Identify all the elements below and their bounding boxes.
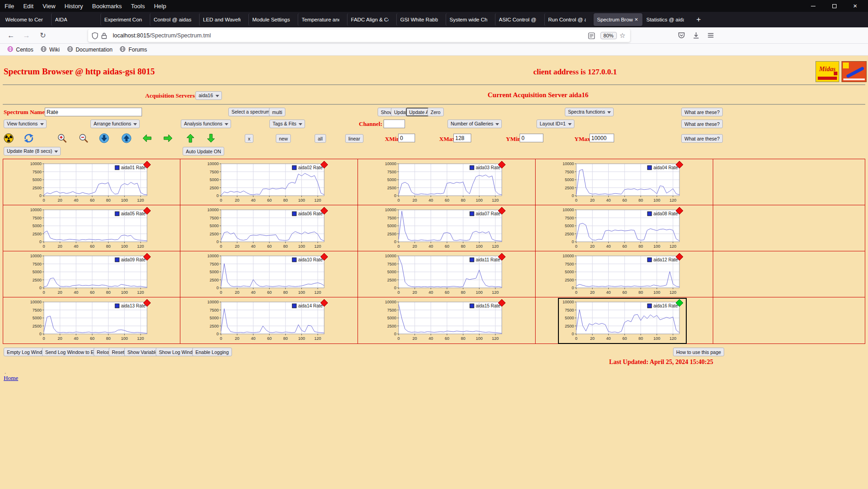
menu-history[interactable]: History bbox=[60, 0, 87, 12]
green-down-icon[interactable] bbox=[206, 133, 216, 143]
what-are-these-button-1[interactable]: What are these? bbox=[681, 108, 723, 116]
zero-button[interactable]: Zero bbox=[427, 108, 444, 116]
gallery-cell-aida04[interactable]: 020406080100120025005000750010000aida04 … bbox=[536, 159, 713, 205]
maximize-button[interactable] bbox=[831, 2, 838, 10]
zoom-out-icon[interactable] bbox=[79, 133, 89, 143]
gallery-cell-aida06[interactable]: 020406080100120025005000750010000aida06 … bbox=[180, 205, 358, 251]
gallery-cell-aida02[interactable]: 020406080100120025005000750010000aida02 … bbox=[180, 159, 358, 205]
x-button[interactable]: x bbox=[245, 134, 253, 143]
radioactive-icon[interactable] bbox=[4, 133, 14, 143]
footer-enable-logging[interactable]: Enable Logging bbox=[192, 348, 232, 356]
zoom-in-icon[interactable] bbox=[57, 133, 67, 143]
acquisition-server-dropdown[interactable]: aida16 bbox=[195, 91, 222, 100]
number-of-galleries-dropdown[interactable]: Number of Galleries bbox=[447, 120, 502, 128]
green-up-icon[interactable] bbox=[185, 133, 195, 143]
blue-up-icon[interactable] bbox=[121, 133, 132, 143]
all-button[interactable]: all bbox=[315, 134, 326, 143]
tab-led-and-wavefor[interactable]: LED and Wavefor bbox=[199, 13, 248, 26]
bookmark-star-icon[interactable]: ☆ bbox=[620, 31, 626, 40]
pocket-icon[interactable] bbox=[678, 31, 685, 39]
url-bar[interactable]: localhost:8015/Spectrum/Spectrum.tml 80%… bbox=[88, 29, 630, 42]
menu-view[interactable]: View bbox=[38, 0, 60, 12]
xmin-input[interactable] bbox=[398, 134, 415, 142]
gallery-cell-aida10[interactable]: 020406080100120025005000750010000aida10 … bbox=[180, 251, 358, 297]
menu-edit[interactable]: Edit bbox=[19, 0, 38, 12]
minimize-button[interactable] bbox=[810, 2, 817, 10]
tab-gsi-white-rabbit[interactable]: GSI White Rabbit bbox=[396, 13, 445, 26]
back-icon[interactable]: ← bbox=[5, 31, 17, 41]
gallery-cell-aida05[interactable]: 020406080100120025005000750010000aida05 … bbox=[3, 205, 180, 251]
tab-welcome-to-cent[interactable]: Welcome to Cent bbox=[2, 13, 51, 26]
lock-icon[interactable] bbox=[101, 32, 107, 40]
tab-spectrum-brow[interactable]: Spectrum Brow× bbox=[594, 13, 642, 26]
download-icon[interactable] bbox=[692, 31, 700, 39]
tags-fits-dropdown[interactable]: Tags & Fits bbox=[269, 120, 305, 128]
update-rate-dropdown[interactable]: Update Rate (8 secs) bbox=[4, 147, 61, 156]
zoom-level-badge[interactable]: 80% bbox=[600, 32, 617, 39]
tab-system-wide-che[interactable]: System wide Che bbox=[446, 13, 494, 26]
blue-down-icon[interactable] bbox=[99, 133, 109, 143]
tab-fadc-align-co[interactable]: FADC Align & Co bbox=[347, 13, 396, 26]
shield-icon[interactable] bbox=[92, 32, 98, 40]
svg-text:0: 0 bbox=[394, 332, 396, 336]
svg-text:5000: 5000 bbox=[32, 316, 42, 320]
bookmark-centos[interactable]: Centos bbox=[4, 45, 37, 55]
gallery-cell-aida09[interactable]: 020406080100120025005000750010000aida09 … bbox=[3, 251, 180, 297]
view-functions-dropdown[interactable]: View functions bbox=[4, 120, 47, 128]
bookmark-wiki[interactable]: Wiki bbox=[37, 45, 63, 55]
gallery-cell-aida14[interactable]: 020406080100120025005000750010000aida14 … bbox=[180, 297, 358, 343]
green-right-icon[interactable] bbox=[163, 133, 173, 143]
menu-help[interactable]: Help bbox=[149, 0, 171, 12]
what-are-these-button-3[interactable]: What are these? bbox=[681, 134, 723, 143]
gallery-cell-aida11[interactable]: 020406080100120025005000750010000aida11 … bbox=[358, 251, 536, 297]
xmax-input[interactable] bbox=[453, 134, 471, 142]
tab-control-aidas-[interactable]: Control @ aidas- bbox=[150, 13, 199, 26]
gallery-cell-aida07[interactable]: 020406080100120025005000750010000aida07 … bbox=[358, 205, 536, 251]
reader-mode-icon[interactable] bbox=[588, 32, 595, 39]
gallery-cell-aida08[interactable]: 020406080100120025005000750010000aida08 … bbox=[536, 205, 713, 251]
home-link[interactable]: Home bbox=[4, 375, 18, 382]
channel-input[interactable] bbox=[384, 120, 405, 128]
midas-logo[interactable]: Midas bbox=[815, 61, 839, 82]
gallery-cell-aida03[interactable]: 020406080100120025005000750010000aida03 … bbox=[358, 159, 536, 205]
analysis-functions-dropdown[interactable]: Analysis functions bbox=[181, 120, 231, 128]
multi-button[interactable]: multi bbox=[269, 108, 285, 116]
green-left-icon[interactable] bbox=[142, 133, 152, 143]
app-menu-icon[interactable] bbox=[707, 31, 715, 39]
tab-statistics-aidas[interactable]: Statistics @ aidas bbox=[643, 13, 692, 26]
tab-experiment-cont[interactable]: Experiment Cont bbox=[100, 13, 149, 26]
what-are-these-button-2[interactable]: What are these? bbox=[681, 120, 723, 128]
gallery-cell-aida01[interactable]: 020406080100120025005000750010000aida01 … bbox=[3, 159, 180, 205]
new-tab-button[interactable]: + bbox=[692, 13, 705, 26]
tab-asic-control-a[interactable]: ASIC Control @ a bbox=[495, 13, 544, 26]
linear-button[interactable]: linear bbox=[345, 134, 363, 143]
gallery-cell-aida16[interactable]: 020406080100120025005000750010000aida16 … bbox=[536, 297, 713, 343]
spectra-functions-dropdown[interactable]: Spectra functions bbox=[565, 108, 614, 116]
ymax-input[interactable] bbox=[589, 134, 614, 142]
bookmark-forums[interactable]: Forums bbox=[116, 45, 151, 55]
ymin-input[interactable] bbox=[520, 134, 543, 142]
menu-bookmarks[interactable]: Bookmarks bbox=[88, 0, 126, 12]
menu-file[interactable]: File bbox=[0, 0, 19, 12]
gallery-cell-aida12[interactable]: 020406080100120025005000750010000aida12 … bbox=[536, 251, 713, 297]
tab-close-icon[interactable]: × bbox=[633, 16, 640, 23]
experiment-logo[interactable] bbox=[842, 61, 867, 82]
how-to-use-button[interactable]: How to use this page bbox=[673, 348, 724, 356]
layout-id-dropdown[interactable]: Layout ID=1 bbox=[537, 120, 574, 128]
tab-run-control-ai[interactable]: Run Control @ ai bbox=[544, 13, 593, 26]
tab-aida[interactable]: AIDA bbox=[51, 13, 100, 26]
menu-tools[interactable]: Tools bbox=[126, 0, 149, 12]
close-button[interactable]: × bbox=[852, 2, 859, 10]
spectrum-name-input[interactable] bbox=[45, 108, 142, 116]
new-button[interactable]: new bbox=[276, 134, 291, 143]
gallery-cell-aida15[interactable]: 020406080100120025005000750010000aida15 … bbox=[358, 297, 536, 343]
gallery-cell-aida13[interactable]: 020406080100120025005000750010000aida13 … bbox=[3, 297, 180, 343]
bookmark-documentation[interactable]: Documentation bbox=[63, 45, 116, 55]
tab-module-settings[interactable]: Module Settings bbox=[248, 13, 297, 26]
auto-update-button[interactable]: Auto Update ON bbox=[183, 147, 224, 156]
tab-temperature-and[interactable]: Temperature and bbox=[298, 13, 347, 26]
refresh-icon[interactable] bbox=[24, 133, 34, 143]
forward-icon[interactable]: → bbox=[20, 31, 33, 41]
arrange-functions-dropdown[interactable]: Arrange functions bbox=[90, 120, 140, 128]
reload-icon[interactable]: ↻ bbox=[37, 31, 49, 41]
